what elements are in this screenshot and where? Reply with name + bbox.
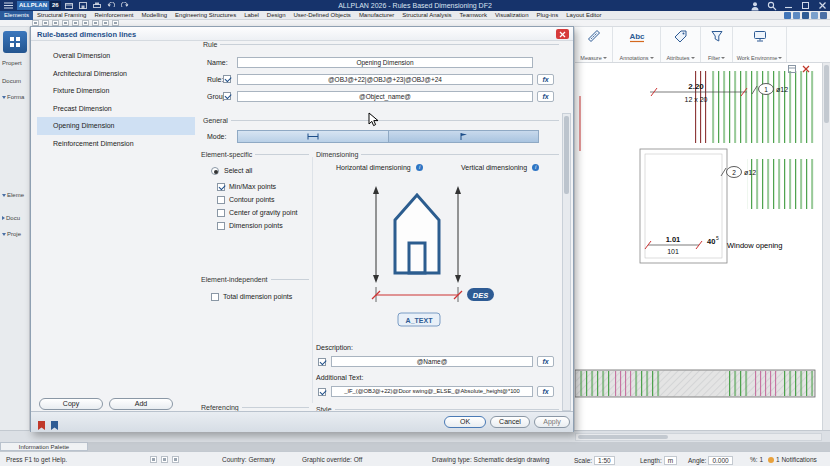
status-tool-icon[interactable]	[150, 456, 157, 463]
save-icon[interactable]	[78, 1, 89, 10]
maximize-window-icon[interactable]	[800, 1, 811, 10]
menu-item-modelling[interactable]: Modelling	[137, 11, 171, 20]
horizontal-info-icon[interactable]	[416, 164, 423, 171]
additional-text-formula-button[interactable]: fx	[537, 386, 554, 397]
copy-button[interactable]: Copy	[39, 398, 103, 410]
menu-item-teamwork[interactable]: Teamwork	[456, 11, 491, 20]
rule-checkbox[interactable]	[223, 75, 231, 83]
select-all-radio[interactable]	[211, 167, 219, 175]
menu-item-engineering-structures[interactable]: Engineering Structures	[171, 11, 240, 20]
measure-ruler-icon[interactable]	[587, 29, 601, 47]
name-input[interactable]: Opening Dimension	[237, 57, 533, 68]
description-input[interactable]: @Name@	[331, 356, 533, 367]
search-icon[interactable]	[766, 1, 777, 10]
contour-points-checkbox[interactable]	[217, 196, 225, 204]
group-checkbox[interactable]	[223, 92, 231, 100]
menu-item-reinforcement[interactable]: Reinforcement	[90, 11, 137, 20]
ribbon-group-work-environment[interactable]: Work Environme	[733, 27, 787, 62]
ribbon-group-measure[interactable]: Measure	[575, 27, 613, 62]
menu-item-layout-editor[interactable]: Layout Editor	[562, 11, 605, 20]
hamburger-menu-icon[interactable]	[3, 1, 14, 10]
favorite-read-icon[interactable]	[50, 417, 59, 435]
menu-item-structural-framing[interactable]: Structural Framing	[33, 11, 90, 20]
additional-text-checkbox[interactable]	[318, 388, 326, 396]
list-item-overall-dimension[interactable]: Overall Dimension	[37, 47, 195, 65]
ribbon-group-annotations[interactable]: Abc Annotations	[613, 27, 661, 62]
user-account-icon[interactable]	[749, 1, 760, 10]
additional-text-input[interactable]: _IF_(@OBJ@+22)@Door swing@_ELSE_@Absolut…	[331, 386, 533, 397]
menu-item-user-defined-objects[interactable]: User-Defined Objects	[290, 11, 355, 20]
dialog-close-icon[interactable]	[556, 29, 569, 39]
ok-button[interactable]: OK	[444, 416, 486, 428]
total-dimension-points-checkbox[interactable]	[211, 293, 219, 301]
undo-icon[interactable]	[106, 1, 117, 10]
drawing-vertical-scrollbar[interactable]	[822, 63, 830, 430]
dialog-scrollbar[interactable]	[562, 113, 571, 411]
annotations-abc-icon[interactable]: Abc	[628, 29, 646, 47]
menu-item-design[interactable]: Design	[263, 11, 290, 20]
menu-item-manufacturer[interactable]: Manufacturer	[355, 11, 398, 20]
tree-item-element[interactable]: Eleme	[2, 192, 24, 198]
angle-value-dropdown[interactable]: 0.000	[708, 456, 732, 465]
redo-icon[interactable]	[120, 1, 131, 10]
list-item-opening-dimension[interactable]: Opening Dimension	[37, 117, 195, 135]
palette-label-document[interactable]: Docum	[2, 78, 21, 84]
cancel-button[interactable]: Cancel	[490, 416, 530, 428]
list-item-fixture-dimension[interactable]: Fixture Dimension	[37, 82, 195, 100]
center-of-gravity-checkbox[interactable]	[217, 209, 225, 217]
length-unit-dropdown[interactable]: m	[664, 456, 677, 465]
print-icon[interactable]	[92, 1, 103, 10]
palette-label-properties[interactable]: Propert	[2, 60, 22, 66]
apply-button[interactable]: Apply	[534, 416, 570, 428]
work-environment-monitor-icon[interactable]	[753, 29, 767, 47]
mode-flag-segment[interactable]	[389, 131, 539, 142]
scrollbar-thumb[interactable]	[578, 435, 668, 439]
group-formula-button[interactable]: fx	[537, 91, 554, 102]
scale-value-dropdown[interactable]: 1:50	[594, 456, 615, 465]
rule-formula-button[interactable]: fx	[537, 74, 554, 85]
add-button[interactable]: Add	[109, 398, 173, 410]
menu-item-elements[interactable]: Elements	[0, 11, 33, 20]
menubar-tool-icon[interactable]	[811, 12, 818, 19]
menubar-tool-icon[interactable]	[793, 12, 800, 19]
menubar-tool-icon[interactable]	[784, 12, 791, 19]
menu-item-structural-analysis[interactable]: Structural Analysis	[398, 11, 455, 20]
mode-horizontal-segment[interactable]	[238, 131, 389, 142]
menu-item-visualization[interactable]: Visualization	[491, 11, 533, 20]
status-tool-icon[interactable]	[172, 456, 179, 463]
dialog-titlebar[interactable]: Rule-based dimension lines	[31, 27, 573, 41]
tree-item-document[interactable]: Docu	[2, 215, 20, 221]
viewport-menu-icon[interactable]	[787, 64, 796, 73]
list-item-precast-dimension[interactable]: Precast Dimension	[37, 100, 195, 118]
scrollbar-thumb[interactable]	[564, 116, 569, 194]
menubar-tool-icon[interactable]	[820, 12, 827, 19]
dimension-points-checkbox[interactable]	[217, 222, 225, 230]
information-palette-tab[interactable]: Information Palette	[0, 442, 88, 451]
notifications[interactable]: 1 Notifications	[768, 456, 817, 463]
favorite-save-icon[interactable]	[37, 417, 46, 435]
tree-item-project[interactable]: Proje	[2, 231, 21, 237]
vertical-info-icon[interactable]	[532, 164, 539, 171]
minimize-window-icon[interactable]	[783, 1, 794, 10]
viewport-close-icon[interactable]	[801, 64, 810, 73]
properties-palette-icon[interactable]	[3, 31, 27, 53]
status-tool-icon[interactable]	[161, 456, 168, 463]
menubar-tool-icon[interactable]	[802, 12, 809, 19]
drawing-canvas[interactable]: 2.20 12 x 20 1 ø12 2 ø12 1.01 101 40	[575, 63, 822, 430]
group-input[interactable]: @Object_name@	[237, 91, 533, 102]
ribbon-group-filter[interactable]: Filter	[701, 27, 733, 62]
open-file-icon[interactable]	[64, 1, 75, 10]
close-window-icon[interactable]	[817, 1, 828, 10]
list-item-architectural-dimension[interactable]: Architectural Dimension	[37, 65, 195, 83]
rule-input[interactable]: @OBJ@+22|@OBJ@+23|@OBJ@+24	[237, 74, 533, 85]
scrollbar-thumb[interactable]	[824, 65, 829, 123]
menu-item-label[interactable]: Label	[240, 11, 263, 20]
description-checkbox[interactable]	[318, 358, 326, 366]
attributes-tag-icon[interactable]	[673, 29, 688, 47]
ribbon-group-attributes[interactable]: Attributes	[661, 27, 701, 62]
filter-funnel-icon[interactable]	[710, 29, 724, 47]
tree-item-format[interactable]: Forma	[2, 94, 24, 100]
menu-item-plug-ins[interactable]: Plug-ins	[533, 11, 563, 20]
min-max-points-checkbox[interactable]	[217, 183, 225, 191]
description-formula-button[interactable]: fx	[537, 356, 554, 367]
